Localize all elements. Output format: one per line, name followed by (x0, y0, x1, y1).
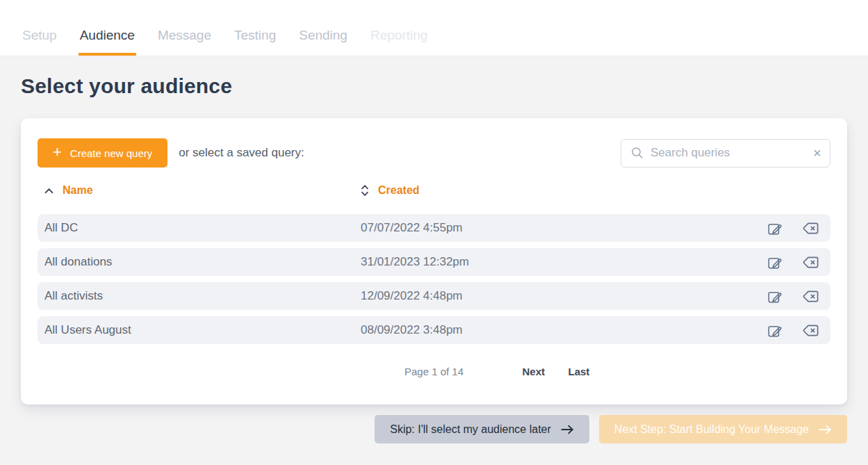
delete-query-button[interactable] (802, 323, 819, 338)
skip-audience-label: Skip: I'll select my audience later (390, 423, 551, 436)
column-header-created[interactable]: Created (354, 184, 726, 197)
tab-sending[interactable]: Sending (297, 28, 349, 56)
row-actions (726, 323, 830, 338)
delete-query-button[interactable] (802, 289, 819, 304)
backspace-delete-icon (802, 255, 819, 270)
audience-step-content: Select your audience + Create new query … (0, 56, 868, 443)
next-step-button[interactable]: Next Step: Start Building Your Message (599, 415, 847, 443)
saved-query-row[interactable]: All Users August 08/09/2022 3:48pm (38, 316, 830, 344)
tab-setup[interactable]: Setup (21, 28, 58, 56)
query-controls: + Create new query or select a saved que… (38, 138, 830, 168)
query-created: 31/01/2023 12:32pm (354, 255, 726, 269)
search-icon (631, 147, 644, 159)
edit-query-button[interactable] (767, 288, 783, 304)
delete-query-button[interactable] (802, 221, 819, 236)
query-name: All DC (44, 221, 354, 235)
row-actions (726, 288, 830, 304)
backspace-delete-icon (802, 221, 819, 236)
wizard-tab-bar: Setup Audience Message Testing Sending R… (0, 0, 868, 56)
search-queries-box: × (621, 139, 830, 168)
saved-query-row[interactable]: All DC 07/07/2022 4:55pm (38, 214, 830, 242)
saved-queries-card: + Create new query or select a saved que… (21, 118, 847, 405)
query-created: 07/07/2022 4:55pm (354, 221, 726, 235)
skip-audience-button[interactable]: Skip: I'll select my audience later (375, 415, 589, 443)
edit-query-button[interactable] (767, 254, 783, 270)
or-select-saved-query-text: or select a saved query: (179, 146, 304, 160)
edit-pencil-icon (767, 323, 783, 338)
page-title: Select your audience (21, 74, 847, 98)
query-name: All activists (44, 289, 354, 303)
backspace-delete-icon (802, 323, 819, 338)
sort-both-icon (361, 184, 369, 197)
query-table-body: All DC 07/07/2022 4:55pm (38, 214, 830, 344)
edit-pencil-icon (767, 254, 783, 270)
clear-search-icon[interactable]: × (811, 145, 824, 161)
column-header-created-label: Created (378, 184, 420, 197)
plus-icon: + (53, 145, 62, 160)
query-table-header: Name Created (38, 184, 830, 197)
pagination-last-link[interactable]: Last (568, 366, 590, 377)
wizard-tabs: Setup Audience Message Testing Sending R… (21, 28, 429, 56)
tab-reporting: Reporting (369, 28, 429, 56)
column-header-name-label: Name (63, 184, 93, 197)
saved-query-row[interactable]: All donations 31/01/2023 12:32pm (38, 248, 830, 276)
edit-pencil-icon (767, 288, 783, 304)
pagination: Page 1 of 14 Next Last (38, 366, 830, 380)
tab-testing[interactable]: Testing (233, 28, 277, 56)
row-actions (726, 254, 830, 270)
search-queries-input[interactable] (650, 146, 804, 160)
sort-ascending-icon (44, 188, 54, 194)
arrow-right-icon (819, 425, 832, 434)
saved-query-row[interactable]: All activists 12/09/2022 4:48pm (38, 282, 830, 310)
delete-query-button[interactable] (802, 255, 819, 270)
tab-message[interactable]: Message (156, 28, 213, 56)
row-actions (726, 220, 830, 236)
next-step-label: Next Step: Start Building Your Message (614, 423, 809, 436)
edit-query-button[interactable] (767, 323, 783, 338)
page-status: Page 1 of 14 (404, 366, 464, 377)
create-new-query-button[interactable]: + Create new query (38, 138, 167, 168)
query-created: 12/09/2022 4:48pm (354, 289, 726, 303)
pagination-next-link[interactable]: Next (523, 366, 546, 377)
edit-query-button[interactable] (767, 220, 783, 236)
step-footer-actions: Skip: I'll select my audience later Next… (21, 415, 847, 443)
backspace-delete-icon (802, 289, 819, 304)
arrow-right-icon (561, 425, 574, 434)
query-name: All Users August (44, 323, 354, 337)
edit-pencil-icon (767, 220, 783, 236)
create-new-query-label: Create new query (70, 147, 152, 159)
query-name: All donations (44, 255, 354, 269)
tab-audience[interactable]: Audience (79, 28, 136, 56)
column-header-name[interactable]: Name (44, 184, 354, 197)
query-created: 08/09/2022 3:48pm (354, 323, 726, 337)
